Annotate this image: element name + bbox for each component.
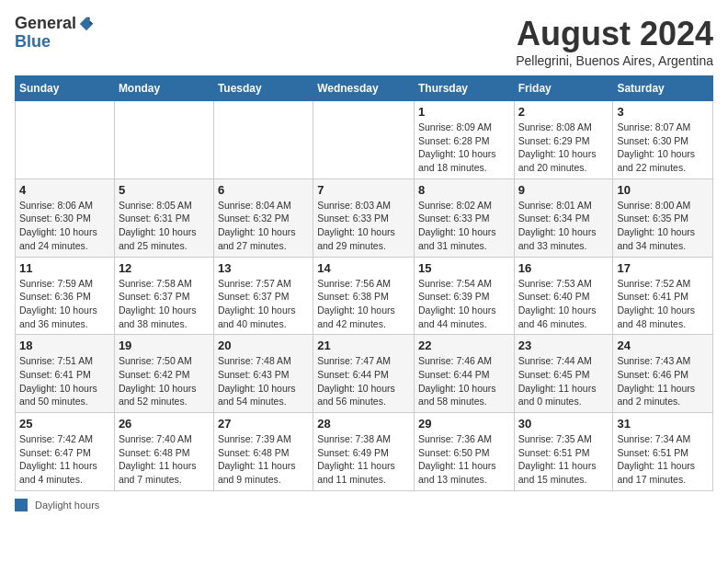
day-info: Sunrise: 7:36 AM Sunset: 6:50 PM Dayligh… [418,432,510,487]
day-number: 8 [418,183,510,197]
week-row-3: 18Sunrise: 7:51 AM Sunset: 6:41 PM Dayli… [16,335,713,413]
day-number: 15 [418,261,510,275]
day-info: Sunrise: 7:51 AM Sunset: 6:41 PM Dayligh… [19,354,110,408]
week-row-0: 1Sunrise: 8:09 AM Sunset: 6:28 PM Daylig… [16,101,713,179]
day-info: Sunrise: 7:43 AM Sunset: 6:46 PM Dayligh… [617,354,709,408]
day-info: Sunrise: 8:09 AM Sunset: 6:28 PM Dayligh… [418,121,510,175]
day-cell: 13Sunrise: 7:57 AM Sunset: 6:37 PM Dayli… [213,257,313,335]
day-number: 16 [518,261,609,275]
day-cell [313,101,415,179]
day-cell [114,101,213,179]
calendar-body: 1Sunrise: 8:09 AM Sunset: 6:28 PM Daylig… [16,101,713,491]
day-cell: 23Sunrise: 7:44 AM Sunset: 6:45 PM Dayli… [514,335,613,413]
day-number: 3 [617,105,709,119]
header-cell-tuesday: Tuesday [213,76,313,101]
header-row: SundayMondayTuesdayWednesdayThursdayFrid… [16,76,713,101]
footer-legend: Daylight hours [15,499,713,511]
header-cell-saturday: Saturday [613,76,713,101]
day-cell: 31Sunrise: 7:34 AM Sunset: 6:51 PM Dayli… [613,413,713,491]
day-info: Sunrise: 8:07 AM Sunset: 6:30 PM Dayligh… [617,121,709,175]
day-cell: 5Sunrise: 8:05 AM Sunset: 6:31 PM Daylig… [114,178,213,257]
day-info: Sunrise: 7:40 AM Sunset: 6:48 PM Dayligh… [119,432,210,487]
day-number: 14 [317,261,410,275]
day-info: Sunrise: 7:47 AM Sunset: 6:44 PM Dayligh… [317,354,410,408]
day-cell: 28Sunrise: 7:38 AM Sunset: 6:49 PM Dayli… [313,413,415,491]
day-number: 20 [218,339,309,352]
day-cell: 12Sunrise: 7:58 AM Sunset: 6:37 PM Dayli… [114,257,213,335]
day-info: Sunrise: 7:56 AM Sunset: 6:38 PM Dayligh… [317,277,410,331]
day-number: 18 [19,339,110,352]
day-cell: 11Sunrise: 7:59 AM Sunset: 6:36 PM Dayli… [16,257,115,335]
day-cell: 2Sunrise: 8:08 AM Sunset: 6:29 PM Daylig… [514,101,613,179]
day-number: 24 [617,339,709,352]
header-cell-friday: Friday [514,76,613,101]
day-cell: 16Sunrise: 7:53 AM Sunset: 6:40 PM Dayli… [514,257,613,335]
day-info: Sunrise: 7:59 AM Sunset: 6:36 PM Dayligh… [19,277,110,331]
day-info: Sunrise: 7:39 AM Sunset: 6:48 PM Dayligh… [218,432,309,487]
week-row-1: 4Sunrise: 8:06 AM Sunset: 6:30 PM Daylig… [16,178,713,257]
day-number: 11 [19,261,110,275]
day-info: Sunrise: 8:04 AM Sunset: 6:32 PM Dayligh… [218,199,309,253]
page-header: General Blue August 2024 Pellegrini, Bue… [15,15,713,68]
day-number: 31 [617,417,709,431]
day-cell: 8Sunrise: 8:02 AM Sunset: 6:33 PM Daylig… [414,178,514,257]
day-number: 27 [218,417,309,431]
day-info: Sunrise: 7:35 AM Sunset: 6:51 PM Dayligh… [518,432,609,487]
day-number: 1 [418,105,510,119]
day-info: Sunrise: 7:34 AM Sunset: 6:51 PM Dayligh… [617,432,709,487]
day-info: Sunrise: 7:58 AM Sunset: 6:37 PM Dayligh… [119,277,210,331]
day-number: 23 [518,339,609,352]
logo-blue: Blue [15,32,51,51]
day-cell: 25Sunrise: 7:42 AM Sunset: 6:47 PM Dayli… [16,413,115,491]
day-number: 28 [317,417,410,431]
logo-general: General [15,15,76,33]
day-number: 9 [518,183,609,197]
day-cell: 19Sunrise: 7:50 AM Sunset: 6:42 PM Dayli… [114,335,213,413]
day-number: 19 [119,339,210,352]
day-number: 21 [317,339,410,352]
day-number: 26 [119,417,210,431]
month-title: August 2024 [516,15,713,53]
legend-label: Daylight hours [35,500,99,511]
day-info: Sunrise: 7:38 AM Sunset: 6:49 PM Dayligh… [317,432,410,487]
day-info: Sunrise: 8:01 AM Sunset: 6:34 PM Dayligh… [518,199,609,253]
logo-icon [78,16,95,32]
day-info: Sunrise: 7:53 AM Sunset: 6:40 PM Dayligh… [518,277,609,331]
legend-box [15,499,28,511]
day-info: Sunrise: 7:48 AM Sunset: 6:43 PM Dayligh… [218,354,309,408]
day-number: 2 [518,105,609,119]
header-cell-thursday: Thursday [414,76,514,101]
day-info: Sunrise: 8:02 AM Sunset: 6:33 PM Dayligh… [418,199,510,253]
day-cell: 30Sunrise: 7:35 AM Sunset: 6:51 PM Dayli… [514,413,613,491]
day-info: Sunrise: 7:50 AM Sunset: 6:42 PM Dayligh… [119,354,210,408]
day-number: 6 [218,183,309,197]
day-number: 12 [119,261,210,275]
day-info: Sunrise: 8:00 AM Sunset: 6:35 PM Dayligh… [617,199,709,253]
header-cell-sunday: Sunday [16,76,115,101]
day-cell: 6Sunrise: 8:04 AM Sunset: 6:32 PM Daylig… [213,178,313,257]
day-cell: 26Sunrise: 7:40 AM Sunset: 6:48 PM Dayli… [114,413,213,491]
header-cell-wednesday: Wednesday [313,76,415,101]
day-cell: 20Sunrise: 7:48 AM Sunset: 6:43 PM Dayli… [213,335,313,413]
day-number: 22 [418,339,510,352]
day-cell: 24Sunrise: 7:43 AM Sunset: 6:46 PM Dayli… [613,335,713,413]
day-cell: 18Sunrise: 7:51 AM Sunset: 6:41 PM Dayli… [16,335,115,413]
day-cell [213,101,313,179]
day-info: Sunrise: 7:42 AM Sunset: 6:47 PM Dayligh… [19,432,110,487]
day-number: 4 [19,183,110,197]
day-cell: 22Sunrise: 7:46 AM Sunset: 6:44 PM Dayli… [414,335,514,413]
day-info: Sunrise: 7:46 AM Sunset: 6:44 PM Dayligh… [418,354,510,408]
calendar-header: SundayMondayTuesdayWednesdayThursdayFrid… [16,76,713,101]
header-cell-monday: Monday [114,76,213,101]
day-number: 30 [518,417,609,431]
day-info: Sunrise: 8:03 AM Sunset: 6:33 PM Dayligh… [317,199,410,253]
day-cell: 17Sunrise: 7:52 AM Sunset: 6:41 PM Dayli… [613,257,713,335]
day-number: 10 [617,183,709,197]
day-number: 25 [19,417,110,431]
day-cell: 15Sunrise: 7:54 AM Sunset: 6:39 PM Dayli… [414,257,514,335]
location: Pellegrini, Buenos Aires, Argentina [516,53,713,68]
day-cell: 21Sunrise: 7:47 AM Sunset: 6:44 PM Dayli… [313,335,415,413]
day-number: 7 [317,183,410,197]
day-info: Sunrise: 8:06 AM Sunset: 6:30 PM Dayligh… [19,199,110,253]
day-number: 13 [218,261,309,275]
